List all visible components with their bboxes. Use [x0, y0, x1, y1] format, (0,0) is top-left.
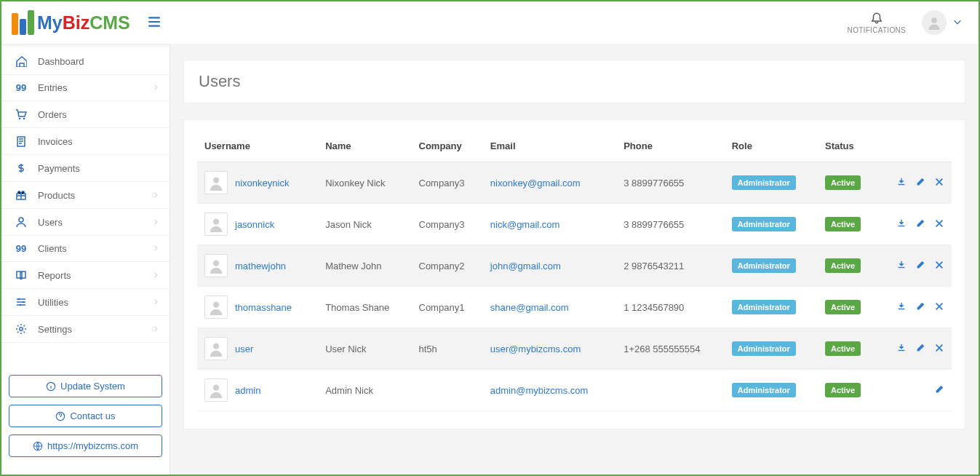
row-delete-button[interactable]	[934, 343, 944, 355]
row-download-button[interactable]	[896, 218, 907, 231]
email-link[interactable]: user@mybizcms.com	[490, 344, 581, 354]
home-icon	[13, 55, 29, 67]
topbar: MyBizCMS NOTIFICATIONS	[1, 1, 979, 44]
brand-logo[interactable]: MyBizCMS	[12, 10, 130, 35]
row-edit-button[interactable]	[915, 343, 925, 355]
website-link-label: https://mybizcms.com	[47, 440, 138, 451]
row-edit-button[interactable]	[915, 260, 925, 272]
username-link[interactable]: admin	[235, 385, 260, 396]
contact-us-label: Contact us	[70, 410, 115, 421]
username-link[interactable]: thomasshane	[235, 302, 292, 313]
user-avatar-icon	[204, 337, 228, 360]
cell-phone: 3 8899776655	[616, 162, 725, 204]
cell-phone: 1+268 555555554	[616, 328, 725, 370]
row-delete-button[interactable]	[934, 218, 944, 231]
sidebar-item-products[interactable]: Products	[1, 182, 170, 209]
page-header: Users	[183, 60, 965, 103]
globe-icon	[33, 441, 43, 451]
chevron-down-icon	[952, 17, 963, 29]
role-badge: Administrator	[732, 258, 796, 273]
chevron-right-icon	[152, 217, 159, 228]
cell-name: User Nick	[318, 328, 411, 370]
cell-phone: 1 1234567890	[616, 287, 725, 328]
row-download-button[interactable]	[896, 301, 907, 314]
sidebar-item-invoices[interactable]: Invoices	[1, 128, 170, 155]
notifications-button[interactable]: NOTIFICATIONS	[848, 12, 906, 34]
role-badge: Administrator	[732, 383, 796, 397]
username-link[interactable]: user	[235, 344, 253, 354]
col-phone: Phone	[616, 130, 725, 162]
col-role: Role	[725, 130, 818, 162]
username-link[interactable]: jasonnick	[235, 219, 274, 230]
cell-name: Thomas Shane	[318, 287, 411, 328]
row-download-button[interactable]	[896, 177, 907, 189]
cell-company: ht5h	[412, 328, 483, 370]
sidebar-item-entries[interactable]: 99Entries	[1, 75, 170, 101]
user-icon	[13, 216, 29, 228]
role-badge: Administrator	[732, 175, 796, 190]
cell-company: Company3	[412, 204, 483, 245]
email-link[interactable]: shane@gmail.com	[490, 302, 569, 313]
sidebar: Dashboard99EntriesOrdersInvoicesPayments…	[1, 44, 170, 475]
cell-name: Admin Nick	[318, 370, 411, 411]
col-company: Company	[412, 130, 483, 162]
row-edit-button[interactable]	[915, 301, 925, 314]
row-download-button[interactable]	[896, 343, 907, 355]
number-icon: 99	[13, 243, 29, 254]
sidebar-item-label: Payments	[38, 163, 80, 174]
cell-company	[412, 370, 483, 411]
sidebar-item-settings[interactable]: Settings	[1, 316, 170, 343]
sidebar-item-label: Invoices	[38, 136, 73, 147]
status-badge: Active	[825, 175, 861, 190]
chevron-right-icon	[152, 270, 159, 281]
sliders-icon	[13, 296, 29, 308]
sidebar-item-label: Orders	[38, 109, 67, 120]
username-link[interactable]: nixonkeynick	[235, 178, 289, 189]
book-icon	[13, 269, 29, 281]
row-delete-button[interactable]	[934, 177, 944, 189]
status-badge: Active	[825, 341, 861, 356]
email-link[interactable]: admin@mybizcms.com	[490, 385, 589, 396]
invoice-icon	[13, 135, 29, 147]
chevron-right-icon	[152, 82, 159, 93]
row-delete-button[interactable]	[934, 260, 944, 272]
sidebar-item-dashboard[interactable]: Dashboard	[1, 48, 170, 75]
sidebar-item-orders[interactable]: Orders	[1, 101, 170, 128]
brand-biz: Biz	[63, 12, 90, 33]
table-row: adminAdmin Nickadmin@mybizcms.comAdminis…	[197, 370, 952, 411]
menu-toggle-button[interactable]	[147, 15, 162, 31]
sidebar-item-label: Entries	[38, 82, 67, 93]
col-username: Username	[197, 130, 318, 162]
row-delete-button[interactable]	[934, 301, 944, 314]
email-link[interactable]: nixonkey@gmail.com	[490, 178, 581, 189]
logo-bars-icon	[12, 10, 34, 35]
contact-us-button[interactable]: Contact us	[9, 405, 162, 427]
cell-phone	[616, 370, 725, 411]
bell-icon	[870, 12, 883, 25]
sidebar-item-label: Products	[38, 190, 75, 201]
table-row: mathewjohnMathew JohnCompany2john@gmail.…	[197, 245, 952, 287]
username-link[interactable]: mathewjohn	[235, 261, 286, 271]
info-icon	[46, 381, 56, 392]
col-email: Email	[483, 130, 616, 162]
email-link[interactable]: nick@gmail.com	[490, 219, 560, 230]
sidebar-item-reports[interactable]: Reports	[1, 262, 170, 289]
row-download-button[interactable]	[896, 260, 907, 272]
row-edit-button[interactable]	[915, 177, 925, 189]
sidebar-item-payments[interactable]: Payments	[1, 155, 170, 182]
sidebar-item-clients[interactable]: 99Clients	[1, 236, 170, 262]
website-link-button[interactable]: https://mybizcms.com	[9, 435, 162, 457]
email-link[interactable]: john@gmail.com	[490, 261, 561, 271]
sidebar-item-utilities[interactable]: Utilities	[1, 289, 170, 316]
role-badge: Administrator	[732, 341, 796, 356]
profile-menu-button[interactable]	[922, 10, 963, 35]
update-system-button[interactable]: Update System	[9, 375, 162, 397]
user-avatar-icon	[204, 171, 228, 194]
number-icon: 99	[13, 82, 29, 93]
col-status: Status	[818, 130, 877, 162]
sidebar-item-users[interactable]: Users	[1, 209, 170, 236]
row-edit-button[interactable]	[915, 218, 925, 231]
row-edit-button[interactable]	[934, 384, 944, 397]
user-avatar-icon	[204, 378, 228, 402]
brand-cms: CMS	[89, 12, 130, 33]
